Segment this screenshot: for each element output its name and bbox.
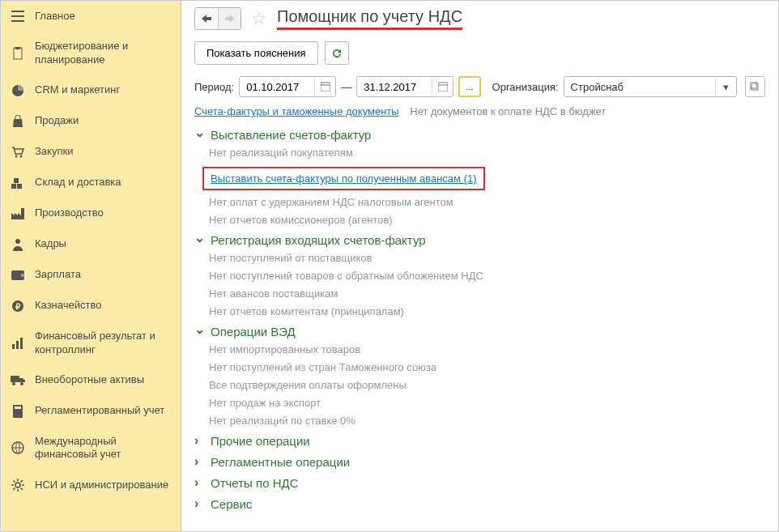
- sidebar-item-label: CRM и маркетинг: [35, 83, 120, 97]
- svg-rect-10: [21, 274, 24, 277]
- section-item: Нет поступлений от поставщиков: [209, 252, 765, 264]
- section-vat-reports: Отчеты по НДС: [194, 475, 765, 490]
- section-toggle[interactable]: Операции ВЭД: [194, 324, 765, 339]
- period-label: Период:: [194, 81, 234, 93]
- section-item: Все подтверждения оплаты оформлены: [209, 379, 765, 391]
- filter-row: Период: — ... Организация: Стройснаб ▾: [194, 76, 765, 97]
- sidebar-item-regulated[interactable]: Регламентированный учет: [1, 396, 181, 427]
- section-toggle[interactable]: Регистрация входящих счетов-фактур: [194, 232, 765, 248]
- show-explanations-button[interactable]: Показать пояснения: [194, 41, 318, 65]
- sidebar-item-salary[interactable]: Зарплата: [1, 260, 181, 291]
- sidebar-item-admin[interactable]: НСИ и администрирование: [1, 470, 181, 500]
- sidebar-item-hr[interactable]: Кадры: [1, 229, 181, 260]
- section-ved: Операции ВЭД Нет импортированных товаров…: [194, 324, 765, 427]
- sidebar-item-crm[interactable]: CRM и маркетинг: [1, 75, 181, 106]
- svg-rect-1: [15, 47, 20, 49]
- back-button[interactable]: [195, 8, 218, 29]
- sidebar-item-treasury[interactable]: ₽ Казначейство: [1, 291, 181, 321]
- section-toggle[interactable]: Регламентные операции: [194, 454, 765, 469]
- section-toggle[interactable]: Выставление счетов-фактур: [194, 127, 765, 143]
- sidebar: Главное Бюджетирование и планирование CR…: [1, 1, 181, 531]
- calendar-icon[interactable]: [432, 77, 453, 96]
- svg-rect-5: [11, 184, 16, 189]
- section-item: Нет отчетов комиссионеров (агентов): [209, 214, 765, 226]
- truck-icon: [11, 373, 25, 388]
- menu-icon: [11, 9, 25, 23]
- sidebar-item-intl[interactable]: Международный финансовый учет: [1, 427, 181, 470]
- org-select[interactable]: Стройснаб ▾: [564, 76, 737, 97]
- nav-buttons: [194, 7, 241, 30]
- bag-icon: [11, 114, 25, 129]
- pie-chart-icon: [11, 83, 25, 98]
- section-title: Регламентные операции: [211, 455, 350, 469]
- svg-point-3: [15, 155, 18, 157]
- sidebar-item-label: НСИ и администрирование: [35, 479, 168, 492]
- sidebar-item-finance[interactable]: Финансовый результат и контроллинг: [1, 321, 181, 365]
- sidebar-item-warehouse[interactable]: Склад и доставка: [1, 168, 181, 198]
- sidebar-item-label: Производство: [35, 206, 104, 220]
- date-from-input[interactable]: [240, 77, 314, 96]
- issue-advance-invoices-link[interactable]: Выставить счета-фактуры по полученным ав…: [211, 172, 477, 185]
- section-item: Нет продаж на экспорт: [209, 397, 765, 409]
- chevron-down-icon: [194, 127, 206, 143]
- sidebar-item-label: Продажи: [35, 114, 79, 128]
- sidebar-item-label: Международный финансовый учет: [35, 435, 171, 462]
- gear-icon: [11, 478, 25, 492]
- sidebar-item-label: Зарплата: [35, 268, 81, 282]
- factory-icon: [11, 206, 25, 221]
- calendar-icon[interactable]: [314, 77, 335, 96]
- refresh-button[interactable]: [325, 41, 349, 65]
- sidebar-item-assets[interactable]: Внеоборотные активы: [1, 365, 181, 396]
- date-to-input[interactable]: [357, 77, 432, 96]
- chevron-down-icon: [194, 324, 206, 339]
- section-register-incoming: Регистрация входящих счетов-фактур Нет п…: [194, 232, 765, 317]
- forward-button[interactable]: [218, 8, 241, 29]
- dropdown-icon[interactable]: ▾: [715, 77, 736, 96]
- invoices-docs-link[interactable]: Счета-фактуры и таможенные документы: [194, 105, 399, 117]
- section-toggle[interactable]: Отчеты по НДС: [194, 475, 765, 490]
- section-title: Отчеты по НДС: [211, 476, 298, 490]
- chevron-down-icon: [194, 232, 206, 248]
- svg-rect-16: [11, 376, 19, 382]
- sidebar-item-label: Бюджетирование и планирование: [35, 40, 171, 67]
- popout-button[interactable]: [745, 76, 765, 97]
- clipboard-icon: [11, 46, 25, 61]
- section-title: Операции ВЭД: [211, 325, 296, 338]
- titlebar: ☆ Помощник по учету НДС: [194, 7, 765, 30]
- favorite-star-icon[interactable]: ☆: [251, 8, 267, 29]
- svg-rect-24: [438, 83, 448, 92]
- section-service: Сервис: [194, 496, 765, 511]
- docs-row: Счета-фактуры и таможенные документы Нет…: [194, 105, 765, 117]
- sidebar-item-label: Закупки: [35, 145, 73, 159]
- section-title: Сервис: [211, 497, 252, 511]
- org-value: Стройснаб: [564, 77, 715, 96]
- section-title: Выставление счетов-фактур: [211, 128, 371, 142]
- sidebar-item-sales[interactable]: Продажи: [1, 106, 181, 137]
- sidebar-item-main[interactable]: Главное: [1, 1, 181, 32]
- section-item: Нет реализаций покупателям: [209, 147, 765, 159]
- section-toggle[interactable]: Сервис: [194, 496, 765, 511]
- svg-rect-23: [321, 83, 330, 92]
- globe-icon: [11, 440, 25, 455]
- sidebar-item-purchases[interactable]: Закупки: [1, 137, 181, 168]
- sidebar-item-budget[interactable]: Бюджетирование и планирование: [1, 32, 181, 75]
- page-title: Помощник по учету НДС: [277, 7, 462, 30]
- sidebar-item-production[interactable]: Производство: [1, 198, 181, 229]
- section-toggle[interactable]: Прочие операции: [194, 433, 765, 448]
- svg-rect-26: [750, 82, 756, 88]
- svg-point-4: [20, 155, 23, 157]
- calculator-icon: [11, 404, 25, 419]
- svg-rect-13: [12, 344, 15, 349]
- sidebar-item-label: Регламентированный учет: [35, 404, 164, 418]
- svg-point-8: [15, 239, 20, 244]
- period-picker-button[interactable]: ...: [458, 76, 480, 97]
- svg-point-17: [12, 382, 15, 385]
- section-item: Нет поступлений из стран Таможенного сою…: [209, 361, 765, 373]
- sidebar-item-label: Главное: [35, 10, 75, 23]
- section-issue-invoices: Выставление счетов-фактур Нет реализаций…: [194, 127, 765, 226]
- sidebar-item-label: Кадры: [35, 237, 66, 251]
- section-title: Регистрация входящих счетов-фактур: [211, 233, 426, 247]
- section-item: Нет поступлений товаров с обратным облож…: [209, 270, 765, 282]
- section-title: Прочие операции: [211, 434, 310, 448]
- cart-icon: [11, 145, 25, 160]
